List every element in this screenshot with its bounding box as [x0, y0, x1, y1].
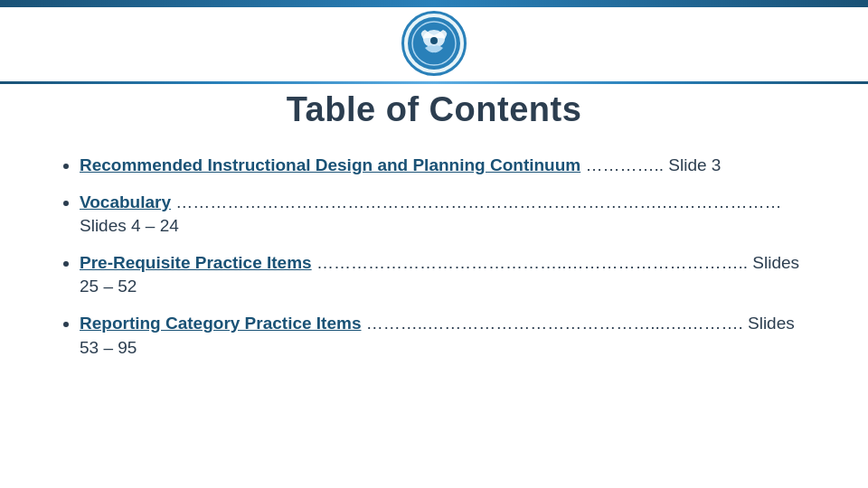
toc-list: Recommended Instructional Design and Pla…: [54, 154, 814, 360]
top-accent-bar: [0, 0, 868, 7]
svg-point-2: [430, 37, 438, 44]
logo-icon: [411, 21, 457, 66]
list-item: Vocabulary ………………………………………………………………………….…: [80, 191, 814, 239]
toc-link-2[interactable]: Vocabulary: [80, 192, 171, 211]
toc-dots-4: ………..…………………………………...….……….: [361, 314, 742, 333]
list-item: Reporting Category Practice Items ………..……: [80, 312, 814, 360]
list-item: Recommended Instructional Design and Pla…: [80, 154, 814, 178]
page-title: Table of Contents: [0, 90, 868, 129]
toc-slide-2: Slides 4 – 24: [80, 216, 179, 235]
toc-dots-3: ……………………………………..…………………………..: [312, 253, 748, 272]
toc-dots-1: …………..: [580, 155, 664, 174]
header-divider: [0, 81, 868, 84]
logo-circle: [401, 11, 467, 76]
toc-slide-1: Slide 3: [664, 155, 721, 174]
list-item: Pre-Requisite Practice Items ………………………………: [80, 251, 814, 299]
header-area: [0, 7, 868, 76]
toc-dots-2: ………………………………………………………………………….…………………: [171, 192, 782, 211]
toc-link-3[interactable]: Pre-Requisite Practice Items: [80, 253, 312, 272]
toc-link-4[interactable]: Reporting Category Practice Items: [80, 314, 361, 333]
toc-content: Recommended Instructional Design and Pla…: [54, 154, 814, 372]
logo-inner: [408, 17, 460, 70]
toc-link-1[interactable]: Recommended Instructional Design and Pla…: [80, 155, 580, 174]
